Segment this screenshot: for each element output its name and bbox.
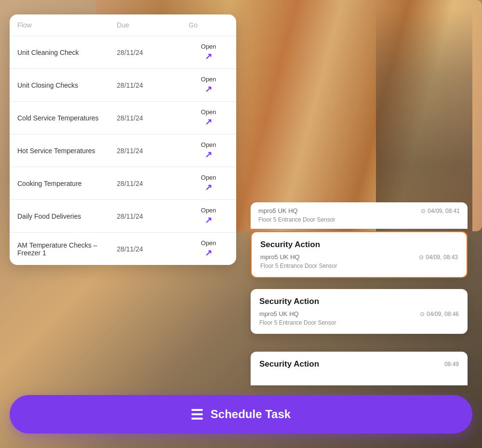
clock-icon: ⊙: [421, 208, 426, 214]
open-label: Open: [201, 76, 216, 83]
open-label: Open: [201, 207, 216, 214]
row-1-due: 28/11/24: [109, 36, 181, 69]
col-header-due: Due: [109, 14, 181, 36]
security-card-2-title: Security Action: [259, 297, 459, 306]
row-7-go[interactable]: Open↗: [181, 233, 236, 265]
row-5-go[interactable]: Open↗: [181, 167, 236, 200]
partial-top-location: mpro5 UK HQ: [258, 207, 298, 214]
row-5-due: 28/11/24: [109, 167, 181, 200]
table-row[interactable]: Cooking Temperature28/11/24Open↗: [10, 167, 236, 200]
row-2-due: 28/11/24: [109, 69, 181, 102]
row-5-flow: Cooking Temperature: [10, 167, 109, 200]
security-card-3-timestamp: 08:49: [444, 361, 459, 368]
open-label: Open: [201, 43, 216, 50]
row-3-flow: Cold Service Temperatures: [10, 102, 109, 134]
row-2-flow: Unit Closing Checks: [10, 69, 109, 102]
person-right: [376, 10, 472, 231]
row-4-flow: Hot Service Temperatures: [10, 134, 109, 167]
table-row[interactable]: Unit Cleaning Check28/11/24Open↗: [10, 36, 236, 69]
open-label: Open: [201, 141, 216, 148]
security-card-3-partial[interactable]: Security Action 08:49: [251, 352, 468, 385]
open-link-icon: ↗: [205, 182, 212, 193]
table-header-row: Flow Due Go: [10, 14, 236, 36]
open-link-icon: ↗: [205, 51, 212, 62]
row-7-flow: AM Temperature Checks – Freezer 1: [10, 233, 109, 265]
row-3-due: 28/11/24: [109, 102, 181, 134]
partial-top-timestamp: ⊙ 04/09, 08:41: [421, 208, 460, 214]
col-header-go: Go: [181, 14, 236, 36]
row-1-go[interactable]: Open↗: [181, 36, 236, 69]
table-row[interactable]: Unit Closing Checks28/11/24Open↗: [10, 69, 236, 102]
flows-table: Flow Due Go Unit Cleaning Check28/11/24O…: [10, 14, 236, 265]
open-label: Open: [201, 108, 216, 116]
row-2-go[interactable]: Open↗: [181, 69, 236, 102]
security-card-1-title: Security Action: [260, 240, 458, 250]
security-card-1[interactable]: Security Action mpro5 UK HQ ⊙ 04/09, 08:…: [251, 231, 468, 278]
row-4-due: 28/11/24: [109, 134, 181, 167]
open-label: Open: [201, 174, 216, 181]
schedule-task-button[interactable]: Schedule Task: [10, 395, 472, 434]
schedule-icon: [191, 409, 203, 420]
flows-table-card: Flow Due Go Unit Cleaning Check28/11/24O…: [10, 14, 236, 265]
open-link-icon: ↗: [205, 149, 212, 160]
row-3-go[interactable]: Open↗: [181, 102, 236, 134]
table-row[interactable]: AM Temperature Checks – Freezer 128/11/2…: [10, 233, 236, 265]
schedule-task-label: Schedule Task: [211, 408, 291, 421]
security-card-2-sensor: Floor 5 Entrance Door Sensor: [259, 319, 459, 326]
security-card-2-timestamp: ⊙ 04/09, 08:46: [420, 311, 459, 317]
open-link-icon: ↗: [205, 117, 212, 127]
open-link-icon: ↗: [205, 84, 212, 94]
partial-top-sensor: Floor 5 Entrance Door Sensor: [258, 216, 460, 223]
security-card-1-sensor: Floor 5 Entrance Door Sensor: [260, 263, 458, 269]
security-card-2-location: mpro5 UK HQ: [259, 310, 299, 317]
clock-icon-1: ⊙: [419, 254, 424, 261]
table-row[interactable]: Hot Service Temperatures28/11/24Open↗: [10, 134, 236, 167]
open-label: Open: [201, 239, 216, 247]
col-header-flow: Flow: [10, 14, 109, 36]
security-card-1-location: mpro5 UK HQ: [260, 253, 300, 261]
open-link-icon: ↗: [205, 248, 212, 258]
clock-icon-2: ⊙: [420, 311, 425, 317]
table-row[interactable]: Daily Food Deliveries28/11/24Open↗: [10, 200, 236, 233]
row-1-flow: Unit Cleaning Check: [10, 36, 109, 69]
row-7-due: 28/11/24: [109, 233, 181, 265]
security-partial-top: mpro5 UK HQ ⊙ 04/09, 08:41 Floor 5 Entra…: [251, 202, 468, 229]
open-link-icon: ↗: [205, 215, 212, 225]
security-card-3-title: Security Action: [259, 359, 319, 369]
table-row[interactable]: Cold Service Temperatures28/11/24Open↗: [10, 102, 236, 134]
row-6-due: 28/11/24: [109, 200, 181, 233]
row-4-go[interactable]: Open↗: [181, 134, 236, 167]
security-card-2[interactable]: Security Action mpro5 UK HQ ⊙ 04/09, 08:…: [251, 289, 468, 334]
row-6-flow: Daily Food Deliveries: [10, 200, 109, 233]
row-6-go[interactable]: Open↗: [181, 200, 236, 233]
security-card-1-timestamp: ⊙ 04/09, 08:43: [419, 254, 458, 261]
